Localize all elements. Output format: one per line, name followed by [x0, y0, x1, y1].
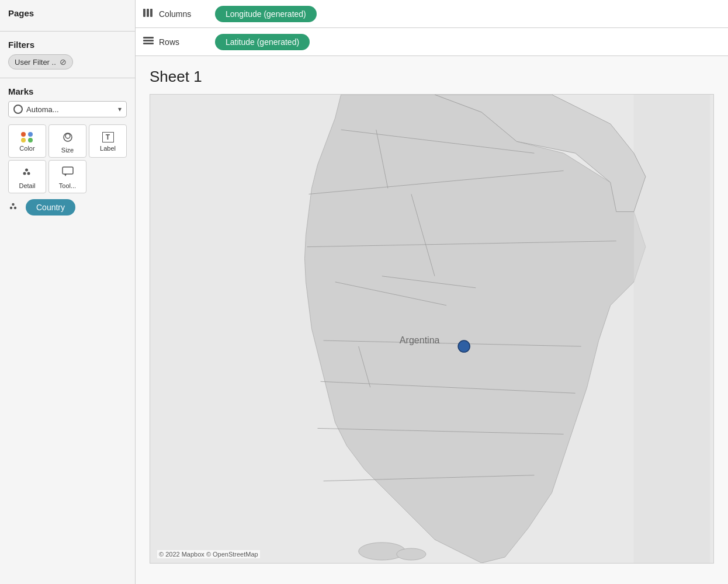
color-label: Color — [19, 145, 34, 152]
detail-label: Detail — [19, 182, 35, 189]
country-pill[interactable]: Country — [26, 199, 75, 215]
svg-rect-5 — [63, 167, 73, 174]
map-container[interactable]: Argentina © 2022 Mapbox © OpenStreetMap — [150, 94, 714, 564]
svg-point-31 — [397, 548, 426, 560]
svg-point-7 — [10, 207, 12, 209]
tooltip-label: Tool... — [59, 182, 76, 189]
size-label: Size — [61, 147, 74, 154]
pages-section: Pages — [0, 0, 135, 32]
svg-rect-29 — [634, 95, 710, 563]
color-dot-3 — [21, 138, 26, 142]
rows-pill[interactable]: Latitude (generated) — [215, 34, 310, 50]
svg-rect-13 — [143, 37, 154, 39]
marks-section: Marks Automa... ▾ Color — [0, 78, 135, 584]
detail-icon — [21, 165, 34, 180]
color-button[interactable]: Color — [8, 124, 46, 158]
circle-icon — [13, 105, 23, 114]
color-dot-1 — [21, 132, 26, 137]
filter-remove-icon[interactable]: ⊘ — [60, 57, 67, 67]
rows-shelf: Rows Latitude (generated) — [136, 28, 728, 56]
columns-shelf: Columns Longitude (generated) — [136, 0, 728, 28]
svg-rect-11 — [147, 9, 149, 17]
label-label: Label — [100, 145, 116, 152]
main-content: Columns Longitude (generated) Rows Latit… — [136, 0, 728, 584]
marks-type-label: Automa... — [26, 105, 115, 114]
svg-rect-14 — [143, 40, 154, 41]
argentina-marker — [458, 340, 470, 352]
rows-label: Rows — [159, 37, 206, 47]
svg-point-1 — [65, 134, 70, 138]
size-button[interactable]: Size — [48, 124, 86, 158]
argentina-label: Argentina — [400, 335, 440, 345]
svg-point-8 — [14, 207, 16, 209]
columns-icon — [143, 8, 154, 20]
country-row: Country — [8, 199, 127, 215]
columns-label: Columns — [159, 9, 206, 19]
columns-pill[interactable]: Longitude (generated) — [215, 6, 317, 22]
detail-button[interactable]: Detail — [8, 160, 46, 193]
marks-title: Marks — [8, 86, 127, 96]
map-attribution: © 2022 Mapbox © OpenStreetMap — [157, 550, 260, 558]
sheet-title: Sheet 1 — [150, 68, 714, 86]
svg-rect-12 — [150, 9, 152, 17]
svg-point-4 — [25, 169, 28, 172]
rows-icon — [143, 36, 154, 48]
pages-title: Pages — [8, 8, 127, 18]
chevron-down-icon: ▾ — [118, 105, 122, 113]
marks-type-dropdown[interactable]: Automa... ▾ — [8, 101, 127, 117]
svg-rect-15 — [143, 43, 154, 44]
filters-title: Filters — [8, 40, 127, 50]
svg-rect-10 — [143, 9, 145, 17]
svg-point-3 — [27, 172, 30, 175]
map-svg: Argentina — [150, 95, 713, 563]
sidebar: Pages Filters User Filter .. ⊘ Marks Aut… — [0, 0, 136, 584]
label-icon: T — [102, 132, 114, 142]
filters-section: Filters User Filter .. ⊘ — [0, 32, 135, 78]
tooltip-icon — [61, 165, 74, 180]
marks-grid: Color Size T Label — [8, 124, 127, 193]
svg-marker-6 — [64, 174, 67, 176]
svg-point-0 — [64, 133, 72, 141]
color-dot-2 — [28, 132, 33, 137]
svg-point-9 — [12, 203, 14, 206]
svg-point-2 — [23, 172, 26, 175]
user-filter-badge[interactable]: User Filter .. ⊘ — [8, 54, 73, 69]
label-button[interactable]: T Label — [89, 124, 127, 158]
color-dot-4 — [28, 138, 33, 142]
color-icon — [21, 132, 34, 142]
tooltip-button[interactable]: Tool... — [48, 160, 86, 193]
size-icon — [61, 130, 74, 144]
filter-badge-label: User Filter .. — [15, 58, 56, 67]
detail-small-icon — [8, 200, 21, 214]
sheet-area: Sheet 1 — [136, 56, 728, 584]
